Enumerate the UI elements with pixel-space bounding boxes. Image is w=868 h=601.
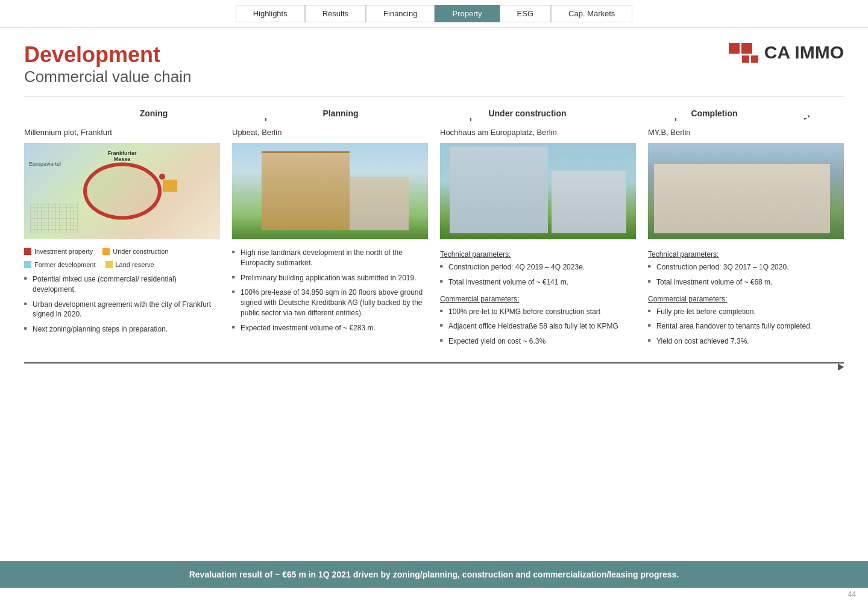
company-logo: CA IMMO	[729, 42, 844, 63]
main-content: Zoning Planning Under construction Compl…	[0, 96, 868, 561]
tab-esg[interactable]: ESG	[500, 5, 551, 22]
tech-params-heading-2: Technical parameters:	[648, 250, 844, 259]
col-zoning-image: FrankfurterMesse Europaviertel	[24, 143, 220, 239]
page-header: Development Commercial value chain CA IM…	[0, 28, 868, 96]
logo-text: CA IMMO	[764, 42, 844, 63]
logo-square-4	[751, 55, 758, 63]
tab-cap-markets[interactable]: Cap. Markets	[551, 5, 632, 22]
building-hochhaus	[440, 143, 636, 239]
tech-param-2-1: Construction period: 3Q 2017 – 1Q 2020.	[648, 262, 844, 272]
bullet-planning-4: Expected investment volume of ~ €283 m.	[232, 323, 428, 333]
legend-dot-land	[105, 261, 113, 268]
comm-param-1-1: 100% pre-let to KPMG before construction…	[440, 307, 636, 317]
building-main-tower	[450, 146, 548, 233]
bullet-planning-3: 100% pre-lease of 34,850 sqm in 20 floor…	[232, 288, 428, 318]
legend-dot-investment	[24, 248, 31, 255]
col-completion: MY.B, Berlin Technical parameters: Const…	[648, 128, 844, 351]
timeline-stage-construction: Under construction	[434, 109, 621, 118]
building-myb-main	[654, 164, 831, 233]
col-completion-title: MY.B, Berlin	[648, 128, 844, 137]
map-orange-block	[163, 180, 177, 192]
header-text: Development Commercial value chain	[24, 42, 191, 86]
comm-params-heading-2: Commercial parameters:	[648, 295, 844, 303]
page-subtitle: Commercial value chain	[24, 68, 191, 86]
map-legend: Investment property Under construction	[24, 248, 220, 255]
tech-param-2-2: Total investment volume of ~ €68 m.	[648, 277, 844, 288]
building-secondary	[552, 171, 626, 233]
top-navigation: Highlights Results Financing Property ES…	[0, 0, 868, 28]
map-graphic: FrankfurterMesse Europaviertel	[24, 143, 220, 239]
building-tower	[262, 151, 350, 230]
logo-square-1	[729, 43, 740, 54]
map-label-europa: Europaviertel	[29, 161, 61, 167]
map-oval	[83, 163, 162, 220]
bullet-zoning-3: Next zoning/planning steps in preparatio…	[24, 324, 220, 335]
timeline-labels: Zoning Planning Under construction Compl…	[60, 109, 808, 118]
bottom-line	[24, 362, 844, 363]
col-zoning-title: Millennium plot, Frankfurt	[24, 128, 220, 137]
col-zoning-bullets: Potential mixed use (commercial/ residen…	[24, 274, 220, 339]
comm-params-heading-1: Commercial parameters:	[440, 295, 636, 303]
building-annex	[350, 177, 409, 230]
col-construction-image	[440, 143, 636, 239]
tech-params-list-1: Construction period: 4Q 2019 – 4Q 2023e.…	[440, 262, 636, 292]
bottom-arrow	[838, 363, 844, 371]
comm-param-2-2: Rental area handover to tenants fully co…	[648, 321, 844, 332]
bullet-zoning-2: Urban development agreement with the cit…	[24, 300, 220, 320]
comm-param-2-3: Yield on cost achieved 7.3%.	[648, 336, 844, 347]
tab-financing[interactable]: Financing	[366, 5, 435, 22]
building-myb	[648, 143, 844, 239]
logo-square-3	[742, 55, 749, 63]
col-planning: Upbeat, Berlin High rise landmark develo…	[232, 128, 428, 351]
map-marker-1	[159, 174, 165, 180]
col-completion-image	[648, 143, 844, 239]
page-number: 44	[0, 588, 868, 601]
legend-investment: Investment property	[24, 248, 93, 255]
tab-results[interactable]: Results	[305, 5, 366, 22]
timeline: Zoning Planning Under construction Compl…	[24, 109, 844, 118]
legend-label-land: Land reserve	[116, 261, 154, 268]
col-construction: Hochhaus am Europaplatz, Berlin Technica…	[440, 128, 636, 351]
building-upbeat	[232, 143, 428, 239]
col-zoning: Millennium plot, Frankfurt FrankfurterMe…	[24, 128, 220, 351]
col-planning-image	[232, 143, 428, 239]
legend-land: Land reserve	[105, 261, 154, 268]
tab-property[interactable]: Property	[435, 5, 499, 22]
content-columns: Millennium plot, Frankfurt FrankfurterMe…	[24, 128, 844, 351]
tech-params-list-2: Construction period: 3Q 2017 – 1Q 2020. …	[648, 262, 844, 292]
page-title: Development	[24, 42, 191, 68]
footer-text: Revaluation result of ~ €65 m in 1Q 2021…	[189, 570, 679, 579]
timeline-stage-planning: Planning	[247, 109, 434, 118]
comm-params-list-1: 100% pre-let to KPMG before construction…	[440, 307, 636, 351]
tab-highlights[interactable]: Highlights	[236, 5, 305, 22]
legend-construction: Under construction	[102, 248, 168, 255]
map-label-messe: FrankfurterMesse	[107, 150, 136, 162]
logo-square-2	[741, 43, 752, 54]
comm-param-1-3: Expected yield on cost ~ 6.3%	[440, 336, 636, 347]
tech-params-heading-1: Technical parameters:	[440, 250, 636, 259]
bullet-planning-2: Preliminary building application was sub…	[232, 273, 428, 283]
col-construction-title: Hochhaus am Europaplatz, Berlin	[440, 128, 636, 137]
map-legend-2: Former development Land reserve	[24, 261, 220, 268]
tech-param-1-1: Construction period: 4Q 2019 – 4Q 2023e.	[440, 262, 636, 272]
legend-dot-former	[24, 261, 31, 268]
map-grid	[30, 203, 78, 233]
logo-icon	[729, 43, 758, 63]
bullet-planning-1: High rise landmark development in the no…	[232, 248, 428, 268]
col-planning-bullets: High rise landmark development in the no…	[232, 248, 428, 338]
legend-label-construction: Under construction	[113, 248, 168, 255]
footer-banner: Revaluation result of ~ €65 m in 1Q 2021…	[0, 561, 868, 588]
legend-label-former: Former development	[34, 261, 96, 268]
comm-param-2-1: Fully pre-let before completion.	[648, 307, 844, 317]
comm-param-1-2: Adjacent office Heidestraße 58 also full…	[440, 321, 636, 332]
comm-params-list-2: Fully pre-let before completion. Rental …	[648, 307, 844, 351]
tech-param-1-2: Total investment volume of ~ €141 m.	[440, 277, 636, 288]
legend-dot-construction	[102, 248, 110, 255]
bullet-zoning-1: Potential mixed use (commercial/ residen…	[24, 274, 220, 295]
col-planning-title: Upbeat, Berlin	[232, 128, 428, 137]
legend-former: Former development	[24, 261, 96, 268]
timeline-stage-completion: Completion	[621, 109, 808, 118]
legend-label-investment: Investment property	[34, 248, 93, 255]
timeline-stage-zoning: Zoning	[60, 109, 247, 118]
